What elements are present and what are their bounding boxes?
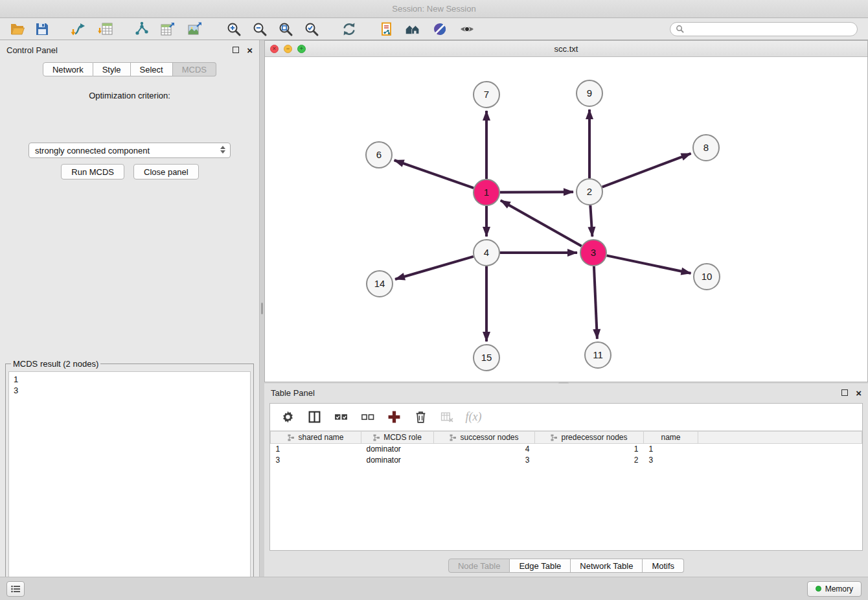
graph-node-label: 14 <box>374 278 385 289</box>
status-bar: Memory <box>0 577 868 600</box>
new-network-icon[interactable] <box>132 19 152 39</box>
run-mcds-button[interactable]: Run MCDS <box>61 164 124 179</box>
graph-node-6[interactable]: 6 <box>366 142 392 168</box>
mcds-result-list[interactable]: 1 3 <box>8 371 251 600</box>
mcds-result-value: 3 <box>14 385 246 396</box>
graph-edge-3-1[interactable] <box>501 200 582 246</box>
graph-node-14[interactable]: 14 <box>367 271 393 297</box>
close-window-icon[interactable]: × <box>270 45 279 53</box>
cell-successor-nodes[interactable]: 3 <box>434 455 535 466</box>
maximize-window-icon[interactable]: + <box>297 45 306 53</box>
zoom-selected-icon[interactable] <box>302 19 321 39</box>
graph-edge-2-3[interactable] <box>590 205 592 237</box>
graph-edge-2-8[interactable] <box>602 154 691 187</box>
select-all-icon[interactable] <box>332 409 349 426</box>
graph-node-2[interactable]: 2 <box>577 179 602 205</box>
cell-name[interactable]: 3 <box>644 455 698 466</box>
attribute-icon <box>551 434 558 441</box>
network-from-selection-icon[interactable] <box>377 19 396 39</box>
attribute-icon <box>373 434 380 441</box>
zoom-out-icon[interactable] <box>250 19 269 39</box>
attribute-icon <box>450 434 457 441</box>
show-hide-icon[interactable] <box>457 19 477 39</box>
table-toolbar: f(x) <box>270 404 862 431</box>
close-table-panel-icon[interactable]: × <box>856 388 862 398</box>
filter-icon[interactable] <box>430 19 450 39</box>
graph-node-4[interactable]: 4 <box>474 240 499 266</box>
close-panel-button[interactable]: Close panel <box>133 164 199 179</box>
layout-icon[interactable] <box>403 19 422 39</box>
minimize-window-icon[interactable]: − <box>284 45 292 53</box>
tab-network-table[interactable]: Network Table <box>571 559 643 573</box>
column-header-shared-name[interactable]: shared name <box>271 432 361 444</box>
open-folder-icon[interactable] <box>8 19 27 39</box>
export-table-icon[interactable] <box>158 19 177 39</box>
optimization-criterion-dropdown[interactable]: strongly connected component <box>29 143 231 158</box>
column-header-name[interactable]: name <box>644 432 698 444</box>
function-builder-icon[interactable]: f(x) <box>465 409 482 426</box>
table-row[interactable]: 1 dominator 4 1 1 <box>271 444 862 455</box>
graph-edge-3-10[interactable] <box>607 255 691 273</box>
refresh-icon[interactable] <box>339 19 359 39</box>
tab-mcds[interactable]: MCDS <box>173 62 216 76</box>
tab-edge-table[interactable]: Edge Table <box>510 559 571 573</box>
float-panel-icon[interactable] <box>233 47 239 53</box>
graph-node-1[interactable]: 1 <box>474 179 499 205</box>
control-panel-title: Control Panel <box>6 45 233 55</box>
node-table: shared name MCDS role successor nodes pr… <box>270 431 862 466</box>
column-header-successor-nodes[interactable]: successor nodes <box>434 432 535 444</box>
close-panel-icon[interactable]: × <box>247 45 253 55</box>
application-window: Session: New Session <box>0 0 868 600</box>
task-history-button[interactable] <box>6 581 25 597</box>
network-graph-canvas[interactable]: 7968124314101511 <box>265 57 867 382</box>
graph-edge-3-11[interactable] <box>594 266 597 339</box>
float-table-panel-icon[interactable] <box>841 389 848 396</box>
vertical-splitter[interactable] <box>260 40 264 577</box>
import-network-icon[interactable] <box>69 19 88 39</box>
zoom-fit-icon[interactable] <box>276 19 295 39</box>
graph-node-3[interactable]: 3 <box>580 240 606 266</box>
tab-style[interactable]: Style <box>93 62 131 76</box>
cell-shared-name[interactable]: 1 <box>271 444 361 455</box>
graph-node-7[interactable]: 7 <box>474 82 499 108</box>
graph-node-10[interactable]: 10 <box>694 264 720 290</box>
cell-name[interactable]: 1 <box>644 444 698 455</box>
cell-predecessor-nodes[interactable]: 1 <box>535 444 644 455</box>
import-table-icon[interactable] <box>96 19 115 39</box>
zoom-in-icon[interactable] <box>224 19 244 39</box>
table-panel-header: Table Panel × <box>264 384 868 402</box>
tab-node-table[interactable]: Node Table <box>448 559 510 573</box>
column-header-mcds-role[interactable]: MCDS role <box>361 432 434 444</box>
delete-column-icon[interactable] <box>412 409 429 426</box>
graph-edge-1-6[interactable] <box>394 160 474 188</box>
tab-select[interactable]: Select <box>131 62 173 76</box>
save-session-icon[interactable] <box>32 19 52 39</box>
gear-icon[interactable] <box>279 409 296 426</box>
graph-edge-1-2[interactable] <box>500 192 573 192</box>
table-row[interactable]: 3 dominator 3 2 3 <box>271 455 862 466</box>
search-input[interactable] <box>684 25 852 34</box>
delete-table-icon[interactable] <box>439 409 455 426</box>
main-toolbar <box>0 18 868 40</box>
memory-button[interactable]: Memory <box>807 581 862 597</box>
cell-predecessor-nodes[interactable]: 2 <box>535 455 644 466</box>
cell-mcds-role[interactable]: dominator <box>361 444 434 455</box>
split-column-icon[interactable] <box>306 409 323 426</box>
search-box[interactable] <box>670 22 858 36</box>
graph-edge-4-14[interactable] <box>395 257 474 279</box>
graph-node-9[interactable]: 9 <box>577 80 602 106</box>
graph-node-11[interactable]: 11 <box>585 342 611 368</box>
tab-motifs[interactable]: Motifs <box>643 559 684 573</box>
graph-node-8[interactable]: 8 <box>693 135 719 161</box>
cell-mcds-role[interactable]: dominator <box>361 455 434 466</box>
cell-shared-name[interactable]: 3 <box>271 455 361 466</box>
column-header-predecessor-nodes[interactable]: predecessor nodes <box>535 432 644 444</box>
attribute-icon <box>288 434 295 441</box>
export-image-icon[interactable] <box>185 19 205 39</box>
tab-network[interactable]: Network <box>43 62 93 76</box>
network-window-titlebar: scc.txt × − + <box>265 41 867 57</box>
add-column-icon[interactable] <box>385 409 402 426</box>
cell-successor-nodes[interactable]: 4 <box>434 444 535 455</box>
graph-node-15[interactable]: 15 <box>474 345 499 371</box>
deselect-all-icon[interactable] <box>359 409 376 426</box>
